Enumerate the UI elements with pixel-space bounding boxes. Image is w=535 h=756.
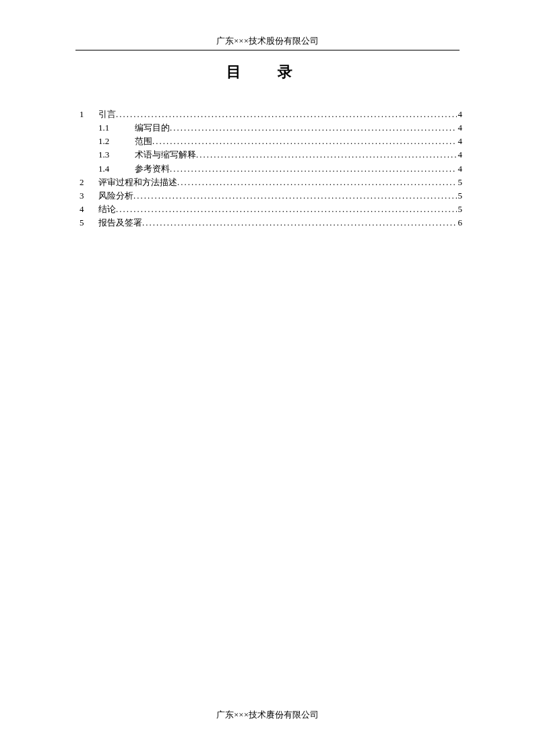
toc-number: 1.1 <box>98 121 135 135</box>
toc-row: 5报告及签署6 <box>80 216 462 230</box>
page-footer: 广东×××技术赓份有限公司 <box>0 709 535 721</box>
toc-number: 5 <box>80 216 98 230</box>
toc-page-number: 5 <box>457 203 463 216</box>
toc-label: 范围 <box>135 135 152 148</box>
toc-label: 术语与缩写解释 <box>135 148 196 162</box>
toc-number: 1.3 <box>98 148 135 162</box>
footer-text: 广东×××技术赓份有限公司 <box>216 710 319 720</box>
toc-page-number: 6 <box>457 216 463 230</box>
toc-row: 1.2范围4 <box>80 135 462 148</box>
toc-leader-dots <box>170 162 457 176</box>
table-of-contents: 1引言41.1编写目的41.2范围41.3术语与缩写解释41.4参考资料42评审… <box>80 108 462 230</box>
toc-page-number: 5 <box>457 176 463 189</box>
toc-number: 1 <box>80 108 98 121</box>
toc-leader-dots <box>116 203 457 216</box>
toc-label: 风险分析 <box>98 189 133 203</box>
toc-row: 3风险分析5 <box>80 189 462 203</box>
toc-leader-dots <box>177 176 457 189</box>
page-title: 目 录 <box>0 62 535 82</box>
toc-number: 3 <box>80 189 98 203</box>
page-header: 广东×××技术股份有限公司 <box>0 35 535 50</box>
toc-page-number: 4 <box>457 148 463 162</box>
toc-row: 1.3术语与缩写解释4 <box>80 148 462 162</box>
toc-number: 1.2 <box>98 135 135 148</box>
toc-leader-dots <box>142 216 457 230</box>
toc-page-number: 4 <box>457 121 463 135</box>
toc-page-number: 4 <box>457 162 463 176</box>
toc-row: 1.4参考资料4 <box>80 162 462 176</box>
toc-leader-dots <box>196 148 457 162</box>
toc-page-number: 4 <box>457 135 463 148</box>
toc-row: 1引言4 <box>80 108 462 121</box>
toc-number: 1.4 <box>98 162 135 176</box>
toc-leader-dots <box>133 189 457 203</box>
toc-label: 报告及签署 <box>98 216 142 230</box>
toc-label: 引言 <box>98 108 116 121</box>
toc-row: 4结论5 <box>80 203 462 216</box>
toc-number: 4 <box>80 203 98 216</box>
toc-page-number: 4 <box>457 108 463 121</box>
toc-row: 2评审过程和方法描述5 <box>80 176 462 189</box>
toc-label: 评审过程和方法描述 <box>98 176 177 189</box>
toc-label: 参考资料 <box>135 162 170 176</box>
header-text: 广东×××技术股份有限公司 <box>216 36 319 46</box>
toc-leader-dots <box>152 135 457 148</box>
toc-page-number: 5 <box>457 189 463 203</box>
toc-number: 2 <box>80 176 98 189</box>
toc-label: 编写目的 <box>135 121 170 135</box>
toc-label: 结论 <box>98 203 116 216</box>
toc-leader-dots <box>170 121 457 135</box>
toc-row: 1.1编写目的4 <box>80 121 462 135</box>
toc-leader-dots <box>116 108 457 121</box>
header-rule <box>75 50 460 50</box>
